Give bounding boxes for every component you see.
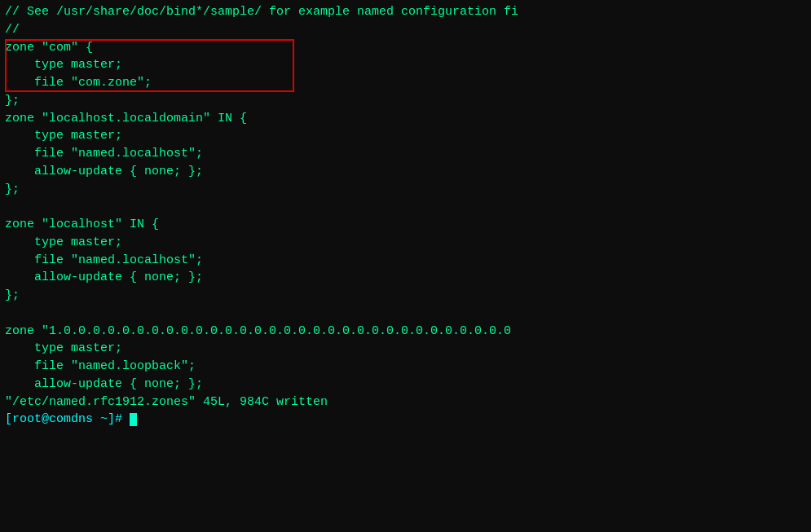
code-block: // See /usr/share/doc/bind*/sample/ for … [5, 3, 806, 429]
code-line: file "com.zone"; [5, 74, 806, 92]
prompt-line[interactable]: [root@comdns ~]# [5, 411, 806, 429]
terminal-window: // See /usr/share/doc/bind*/sample/ for … [0, 0, 811, 532]
status-line: "/etc/named.rfc1912.zones" 45L, 984C wri… [5, 394, 806, 411]
code-line: zone "1.0.0.0.0.0.0.0.0.0.0.0.0.0.0.0.0.… [5, 323, 806, 341]
code-line: }; [5, 181, 806, 199]
code-line: zone "localhost.localdomain" IN { [5, 110, 806, 128]
code-line: zone "com" { [5, 39, 806, 57]
code-line: }; [5, 287, 806, 305]
code-line: file "named.loopback"; [5, 358, 806, 376]
code-line: allow-update { none; }; [5, 269, 806, 287]
blank-line [5, 305, 806, 323]
code-line: allow-update { none; }; [5, 376, 806, 394]
code-line: // See /usr/share/doc/bind*/sample/ for … [5, 3, 806, 21]
code-line: // [5, 21, 806, 39]
code-line: type master; [5, 127, 806, 145]
code-line: type master; [5, 234, 806, 252]
code-line: type master; [5, 340, 806, 358]
prompt-text: [root@comdns ~]# [5, 412, 130, 426]
code-line: allow-update { none; }; [5, 163, 806, 181]
highlighted-zone-block: zone "com" { type master; file "com.zone… [5, 39, 806, 92]
blank-line [5, 198, 806, 216]
code-line: }; [5, 92, 806, 110]
code-line: file "named.localhost"; [5, 145, 806, 163]
code-line: zone "localhost" IN { [5, 216, 806, 234]
cursor [130, 413, 137, 427]
code-line: type master; [5, 56, 806, 74]
code-line: file "named.localhost"; [5, 252, 806, 270]
